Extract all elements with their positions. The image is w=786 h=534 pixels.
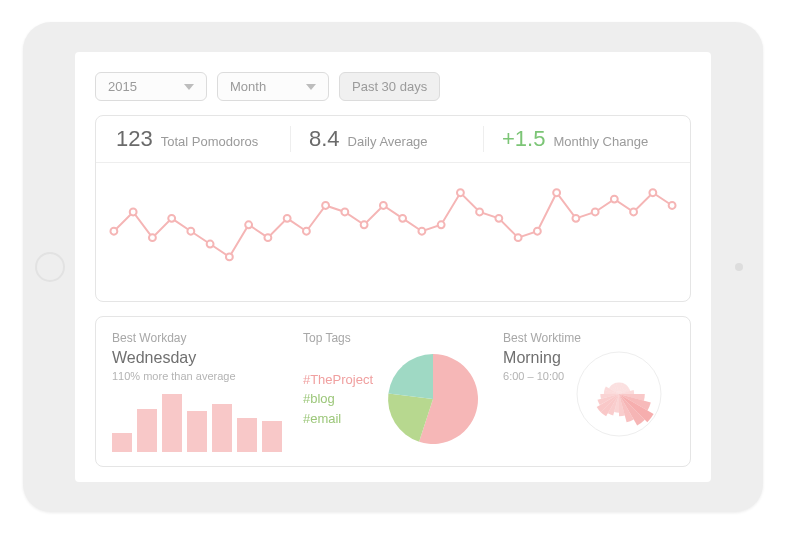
filter-bar: 2015 Month Past 30 days [95, 72, 691, 101]
card-best-worktime: Best Worktime Morning 6:00 – 10:00 [503, 331, 674, 452]
svg-point-24 [572, 215, 579, 222]
svg-point-12 [341, 209, 348, 216]
stat-total-label: Total Pomodoros [161, 134, 259, 149]
line-chart-svg [108, 173, 678, 283]
svg-point-9 [284, 215, 291, 222]
svg-point-25 [592, 209, 599, 216]
card-title: Best Worktime [503, 331, 674, 345]
svg-point-3 [168, 215, 175, 222]
quick-range-label: Past 30 days [352, 79, 427, 94]
svg-point-1 [130, 209, 137, 216]
stat-daily-value: 8.4 [309, 126, 340, 152]
card-title: Best Workday [112, 331, 283, 345]
svg-point-21 [515, 234, 522, 241]
bar [112, 433, 132, 452]
bar [162, 394, 182, 452]
svg-point-17 [438, 221, 445, 228]
best-workday-value: Wednesday [112, 349, 283, 367]
svg-point-2 [149, 234, 156, 241]
svg-point-28 [649, 189, 656, 196]
clock-svg [574, 349, 664, 439]
svg-point-0 [110, 228, 117, 235]
tag-list: #TheProject#blog#email [303, 370, 373, 429]
svg-point-7 [245, 221, 252, 228]
bar [187, 411, 207, 452]
svg-point-5 [207, 241, 214, 248]
card-best-workday: Best Workday Wednesday 110% more than av… [112, 331, 283, 452]
stat-change-value: +1.5 [502, 126, 545, 152]
bar [212, 404, 232, 452]
svg-point-18 [457, 189, 464, 196]
stat-daily-label: Daily Average [348, 134, 428, 149]
svg-point-11 [322, 202, 329, 209]
svg-point-23 [553, 189, 560, 196]
chevron-down-icon [184, 84, 194, 90]
card-top-tags: Top Tags #TheProject#blog#email [303, 331, 483, 452]
stat-daily: 8.4 Daily Average [290, 126, 483, 152]
svg-point-20 [495, 215, 502, 222]
bar [237, 418, 257, 452]
svg-point-15 [399, 215, 406, 222]
svg-point-8 [264, 234, 271, 241]
pie-svg [383, 349, 483, 449]
best-workday-sub: 110% more than average [112, 370, 283, 382]
svg-point-26 [611, 196, 618, 203]
summary-panel: 123 Total Pomodoros 8.4 Daily Average +1… [95, 115, 691, 302]
svg-point-4 [187, 228, 194, 235]
stat-change: +1.5 Monthly Change [483, 126, 676, 152]
insight-cards: Best Workday Wednesday 110% more than av… [95, 316, 691, 467]
svg-point-19 [476, 209, 483, 216]
stat-total: 123 Total Pomodoros [110, 126, 290, 152]
best-worktime-value: Morning [503, 349, 564, 367]
chevron-down-icon [306, 84, 316, 90]
line-chart [96, 163, 690, 301]
app-screen: 2015 Month Past 30 days 123 Total Pomodo… [75, 52, 711, 482]
stat-total-value: 123 [116, 126, 153, 152]
stat-change-label: Monthly Change [553, 134, 648, 149]
granularity-dropdown-label: Month [230, 79, 266, 94]
radial-chart-worktime [574, 349, 664, 439]
bar [137, 409, 157, 453]
svg-point-22 [534, 228, 541, 235]
svg-point-6 [226, 253, 233, 260]
year-dropdown[interactable]: 2015 [95, 72, 207, 101]
card-title: Top Tags [303, 331, 483, 345]
camera-dot [735, 263, 743, 271]
granularity-dropdown[interactable]: Month [217, 72, 329, 101]
bar [262, 421, 282, 452]
tag[interactable]: #TheProject [303, 370, 373, 390]
svg-point-14 [380, 202, 387, 209]
svg-point-13 [361, 221, 368, 228]
tablet-frame: 2015 Month Past 30 days 123 Total Pomodo… [23, 22, 763, 512]
summary-stats: 123 Total Pomodoros 8.4 Daily Average +1… [96, 116, 690, 163]
bar-chart-workday [112, 392, 283, 452]
pie-chart-tags [383, 349, 483, 449]
quick-range-button[interactable]: Past 30 days [339, 72, 440, 101]
svg-point-16 [418, 228, 425, 235]
svg-point-10 [303, 228, 310, 235]
svg-point-27 [630, 209, 637, 216]
svg-point-29 [669, 202, 676, 209]
best-worktime-range: 6:00 – 10:00 [503, 370, 564, 382]
home-button[interactable] [35, 252, 65, 282]
year-dropdown-label: 2015 [108, 79, 137, 94]
tag[interactable]: #email [303, 409, 373, 429]
tag[interactable]: #blog [303, 389, 373, 409]
